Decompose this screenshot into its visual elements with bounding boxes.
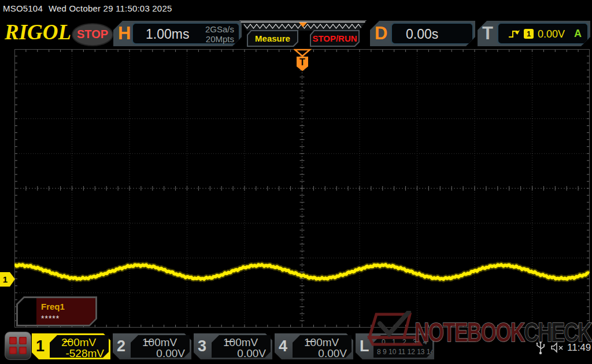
acquisition-info: 2GSa/s 20Mpts: [205, 24, 234, 44]
logic-label: L: [360, 337, 369, 355]
quick-menu-button[interactable]: [5, 332, 31, 360]
delay-panel[interactable]: D 0.00s: [370, 21, 475, 46]
freq1-value: *****: [41, 314, 60, 323]
trigger-inner-box: 1 0.00V A: [497, 23, 589, 44]
stop-run-button[interactable]: STOP/RUN: [310, 30, 360, 47]
status-bar: MSO5104Wed October 29 11:50:03 2025: [3, 3, 177, 13]
channel4-tab[interactable]: 4 100mV 0.00V: [275, 333, 353, 359]
rigol-logo: RIGOL: [5, 21, 71, 44]
usb-icon: [535, 341, 546, 356]
memory-depth: 20Mpts: [205, 34, 234, 44]
waveform-overview-strip[interactable]: [239, 20, 367, 31]
trigger-level-value: 0.00V: [538, 28, 565, 40]
measure-button[interactable]: Measure: [247, 30, 298, 47]
horizontal-panel[interactable]: H 1.00ms 2GSa/s 20Mpts: [113, 21, 242, 46]
datetime-label: Wed October 29 11:50:03 2025: [49, 3, 172, 13]
channel4-number: 4: [279, 337, 287, 355]
logic-analyzer-tab[interactable]: L 0 1 2 3 4 5 6 7 8 9 10 11 12 13 14 15: [356, 333, 434, 359]
run-state-badge[interactable]: STOP: [72, 23, 113, 46]
channel1-info: 200mV -528mV: [50, 335, 109, 358]
oscilloscope-graticule: [14, 49, 590, 328]
freq1-label: Freq1: [41, 302, 65, 311]
trigger-mode-auto: A: [574, 28, 582, 40]
model-label: MSO5104: [3, 3, 43, 13]
channel2-info: 100mV 0.00V: [131, 335, 190, 358]
svg-text:T: T: [299, 57, 305, 67]
channel1-tab[interactable]: 1 200mV -528mV: [32, 333, 110, 359]
trigger-label: T: [482, 23, 493, 44]
menu-grid-icon: [19, 337, 27, 344]
measurement-box-body: Freq1 *****: [36, 298, 95, 325]
measurement-item-freq1[interactable]: Freq1 *****: [16, 296, 97, 326]
trigger-slope-icon: [508, 28, 520, 39]
delay-label: D: [375, 23, 387, 44]
svg-text:1: 1: [3, 274, 8, 284]
horizontal-label: H: [118, 23, 131, 44]
speaker-muted-icon: [550, 342, 565, 354]
channel2-tab[interactable]: 2 100mV 0.00V: [113, 333, 191, 359]
channel1-number: 1: [36, 337, 45, 355]
waveform-overview-icon: [239, 21, 367, 31]
channel1-ground-marker[interactable]: 1: [0, 272, 16, 287]
channel2-number: 2: [117, 337, 125, 355]
channel4-info: 100mV 0.00V: [293, 335, 352, 358]
trigger-position-marker[interactable]: T: [294, 49, 312, 73]
measurement-box-inner: Freq1 *****: [18, 298, 95, 325]
channel3-info: 100mV 0.00V: [212, 335, 271, 358]
clock: 11:49: [567, 342, 591, 354]
delay-value: 0.00s: [406, 27, 438, 42]
menu-grid-icon: [9, 347, 17, 354]
channel3-number: 3: [198, 337, 206, 355]
horizontal-inner-box: 1.00ms 2GSa/s 20Mpts: [132, 23, 240, 44]
trigger-source-badge: 1: [524, 29, 534, 39]
channel3-tab[interactable]: 3 100mV 0.00V: [194, 333, 272, 359]
logic-channels: 0 1 2 3 4 5 6 7 8 9 10 11 12 13 14 15: [373, 335, 432, 358]
measure-button-label: Measure: [248, 31, 297, 46]
menu-grid-icon: [9, 337, 17, 344]
menu-grid-icon: [19, 347, 27, 354]
stop-run-button-label: STOP/RUN: [311, 31, 358, 46]
sample-rate: 2GSa/s: [205, 24, 234, 34]
delay-inner-box: 0.00s: [391, 23, 473, 44]
logic-row-0-7: 0 1 2 3 4 5 6 7: [382, 338, 461, 346]
trigger-panel[interactable]: T 1 0.00V A: [478, 21, 590, 46]
timebase-value: 1.00ms: [146, 27, 189, 42]
